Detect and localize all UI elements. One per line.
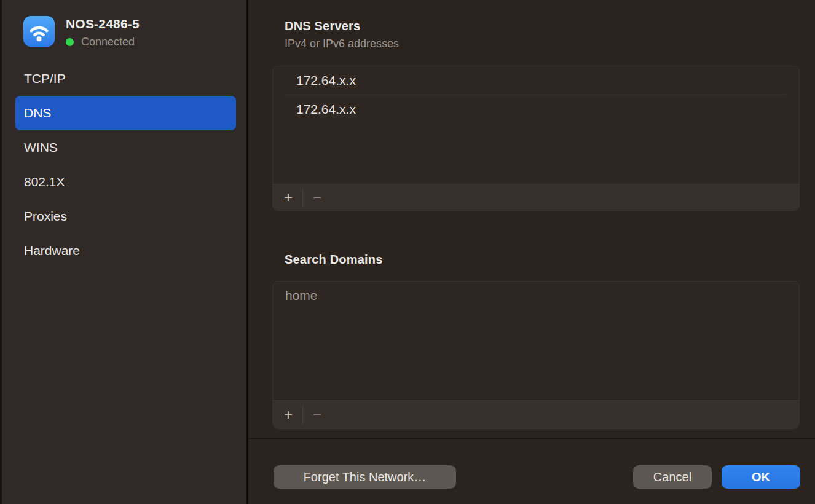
dns-servers-listbox: 172.64.x.x 172.64.x.x + − — [272, 66, 800, 211]
search-domain-row[interactable]: home — [273, 282, 799, 310]
forget-network-button[interactable]: Forget This Network… — [274, 465, 456, 489]
sidebar-item-proxies[interactable]: Proxies — [15, 199, 236, 234]
ok-button[interactable]: OK — [722, 465, 800, 489]
status-dot-green — [66, 38, 74, 46]
search-domains-listbox: home + − — [272, 281, 800, 429]
dns-servers-subtitle: IPv4 or IPv6 addresses — [285, 37, 399, 50]
add-dns-server-button[interactable]: + — [280, 187, 297, 207]
sidebar-item-hardware[interactable]: Hardware — [15, 234, 236, 268]
main-panel: DNS Servers IPv4 or IPv6 addresses 172.6… — [248, 0, 815, 504]
wifi-icon — [22, 15, 56, 48]
sidebar-item-8021x[interactable]: 802.1X — [15, 165, 236, 199]
search-domains-title: Search Domains — [285, 253, 383, 267]
footer-divider — [248, 438, 815, 439]
network-meta: NOS-2486-5 Connected — [66, 15, 140, 49]
dns-servers-rows: 172.64.x.x 172.64.x.x — [273, 66, 799, 184]
dns-server-row[interactable]: 172.64.x.x — [273, 95, 799, 124]
footer-separator — [302, 406, 303, 424]
sidebar-nav: TCP/IP DNS WINS 802.1X Proxies Hardware — [15, 61, 236, 268]
add-search-domain-button[interactable]: + — [280, 405, 297, 425]
network-status: Connected — [66, 36, 140, 49]
remove-dns-server-button[interactable]: − — [309, 187, 326, 207]
dns-server-row[interactable]: 172.64.x.x — [273, 66, 799, 95]
dns-servers-footer: + − — [273, 184, 799, 210]
sidebar-item-tcpip[interactable]: TCP/IP — [15, 61, 236, 96]
dns-servers-title: DNS Servers — [285, 19, 360, 33]
status-text: Connected — [81, 36, 135, 49]
footer-separator — [302, 188, 303, 207]
remove-search-domain-button[interactable]: − — [309, 405, 326, 425]
network-details-window: NOS-2486-5 Connected TCP/IP DNS WINS 802… — [0, 0, 815, 504]
network-header: NOS-2486-5 Connected — [22, 15, 140, 49]
sidebar: NOS-2486-5 Connected TCP/IP DNS WINS 802… — [0, 0, 246, 504]
search-domains-rows: home — [273, 282, 799, 400]
network-name: NOS-2486-5 — [66, 17, 140, 31]
sidebar-item-wins[interactable]: WINS — [15, 130, 236, 165]
cancel-button[interactable]: Cancel — [633, 465, 712, 489]
sidebar-item-dns[interactable]: DNS — [15, 96, 236, 130]
search-domains-footer: + − — [273, 400, 799, 428]
